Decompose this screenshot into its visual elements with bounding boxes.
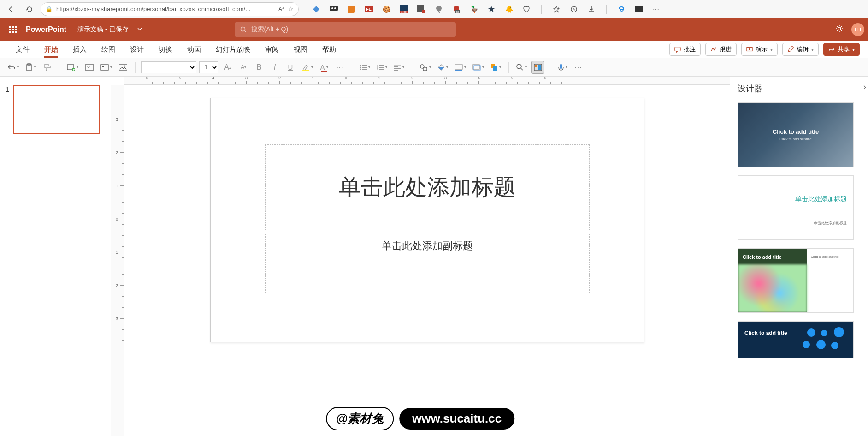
undo-button[interactable]: ▾ [6, 61, 21, 74]
format-painter-button[interactable] [41, 61, 53, 74]
picture-button[interactable] [117, 61, 130, 74]
ext-icon-11[interactable] [487, 5, 496, 14]
ext-icon-1[interactable] [312, 5, 321, 14]
extensions-row: FE 🍪 2.00 13 X 53 🦆 🐥 ⋯ [312, 5, 661, 14]
ext-icon-8[interactable]: X [434, 5, 443, 14]
design-option-3[interactable]: Click to add title Click to add subtitle [738, 248, 854, 313]
svg-rect-6 [400, 5, 408, 11]
font-size-select[interactable]: 12 [199, 61, 218, 73]
tab-insert[interactable]: 插入 [65, 45, 94, 58]
svg-rect-42 [379, 65, 384, 66]
ext-icon-3[interactable] [347, 5, 356, 14]
ie-mode-icon[interactable] [617, 5, 626, 14]
settings-button[interactable] [835, 24, 844, 35]
tab-slideshow[interactable]: 幻灯片放映 [208, 45, 258, 58]
svg-rect-61 [535, 65, 537, 67]
url-bar[interactable]: 🔒 https://xbzxs-my.sharepoint.com/person… [41, 2, 299, 16]
svg-point-19 [241, 27, 245, 31]
shape-fill-button[interactable]: ▾ [436, 61, 450, 74]
bullets-button[interactable]: ▾ [358, 61, 372, 74]
downloads-icon[interactable] [587, 5, 596, 14]
history-icon[interactable] [569, 5, 579, 14]
share-button[interactable]: 共享 ▾ [823, 43, 860, 56]
ext-icon-4[interactable]: FE [364, 5, 373, 14]
design-option-4[interactable]: Click to add title [738, 321, 854, 358]
comments-button[interactable]: 批注 [669, 43, 701, 56]
ext-icon-5[interactable]: 🍪 [382, 5, 391, 14]
numbering-button[interactable]: 123▾ [375, 61, 389, 74]
tab-help[interactable]: 帮助 [315, 45, 343, 58]
doc-name[interactable]: 演示文稿 [77, 25, 103, 34]
svg-rect-54 [455, 70, 462, 71]
user-avatar[interactable]: LH [851, 23, 864, 36]
favorite-icon[interactable]: ☆ [288, 6, 294, 12]
arrange-button[interactable]: ▾ [489, 61, 503, 74]
separator [550, 62, 550, 73]
design-option-1[interactable]: Click to add title Click to add subtitle [738, 102, 854, 167]
present-button[interactable]: 演示 ▾ [741, 43, 778, 56]
svg-rect-48 [394, 66, 398, 67]
lock-icon: 🔒 [46, 6, 53, 12]
svg-point-59 [517, 64, 521, 69]
shape-effects-button[interactable]: ▾ [471, 61, 486, 74]
search-box[interactable]: 搜索(Alt + Q) [235, 22, 456, 37]
tab-home[interactable]: 开始 [37, 45, 65, 58]
shape-outline-button[interactable]: ▾ [453, 61, 468, 74]
ext-icon-7[interactable]: 13 [417, 5, 426, 14]
highlight-button[interactable]: ▾ [300, 61, 315, 74]
more-font-button[interactable]: ⋯ [333, 61, 346, 74]
increase-font-button[interactable]: A▴ [221, 61, 234, 74]
tab-design[interactable]: 设计 [123, 45, 151, 58]
dictate-button[interactable]: ▾ [556, 61, 569, 74]
refresh-button[interactable] [22, 2, 37, 17]
subtitle-placeholder-box[interactable]: 单击此处添加副标题 [265, 234, 590, 293]
tab-transitions[interactable]: 切换 [151, 45, 180, 58]
tab-review[interactable]: 审阅 [258, 45, 286, 58]
slide-canvas[interactable]: 单击此处添加标题 单击此处添加副标题 [210, 98, 644, 342]
tab-file[interactable]: 文件 [8, 45, 37, 58]
svg-rect-50 [394, 70, 398, 71]
ext-icon-12[interactable]: 🐥 [504, 5, 514, 14]
bold-button[interactable]: B [253, 61, 266, 74]
find-button[interactable]: ▾ [514, 61, 529, 74]
design-option-2[interactable]: 单击此处添加标题 单击此处添加副标题 [738, 175, 854, 240]
svg-marker-16 [488, 6, 495, 12]
read-aloud-icon[interactable]: Aᴬ [278, 6, 284, 12]
paste-button[interactable]: ▾ [24, 61, 38, 74]
italic-button[interactable]: I [268, 61, 281, 74]
app-launcher[interactable] [4, 26, 22, 33]
designer-button[interactable] [531, 61, 544, 74]
align-button[interactable]: ▾ [392, 61, 406, 74]
ext-icon-6[interactable]: 2.00 [399, 5, 408, 14]
svg-rect-36 [362, 65, 367, 66]
new-slide-button[interactable]: ▾ [65, 61, 80, 74]
ext-icon-last[interactable] [634, 5, 644, 14]
tab-view[interactable]: 视图 [286, 45, 315, 58]
layout-button[interactable] [83, 61, 96, 74]
title-placeholder-box[interactable]: 单击此处添加标题 [265, 144, 590, 230]
decrease-font-button[interactable]: A▾ [237, 61, 250, 74]
shapes-button[interactable]: ▾ [418, 61, 433, 74]
underline-button[interactable]: U [284, 61, 297, 74]
more-button[interactable]: ⋯ [572, 61, 585, 74]
doc-menu-chevron[interactable] [137, 25, 142, 34]
ext-icon-10[interactable]: 🦆 [469, 5, 478, 14]
back-button[interactable] [4, 2, 18, 17]
ext-icon-2[interactable] [329, 5, 338, 14]
font-name-select[interactable] [141, 61, 196, 73]
font-color-button[interactable]: A▾ [318, 61, 331, 74]
designer-title: 设计器 [738, 83, 861, 94]
tab-animations[interactable]: 动画 [180, 45, 208, 58]
close-pane-button[interactable]: › [863, 82, 866, 92]
ext-icon-9[interactable]: 53 [452, 5, 461, 14]
favorites-icon[interactable] [552, 5, 561, 14]
ext-icon-13[interactable] [522, 5, 531, 14]
svg-rect-18 [635, 6, 643, 12]
slide-thumbnail-1[interactable] [13, 85, 100, 134]
edit-button[interactable]: 编辑 ▾ [782, 43, 819, 56]
more-icon[interactable]: ⋯ [652, 5, 661, 14]
tab-draw[interactable]: 绘图 [94, 45, 123, 58]
catchup-button[interactable]: 跟进 [705, 43, 737, 56]
slide-layout-button[interactable]: ▾ [99, 61, 114, 74]
svg-text:13: 13 [422, 10, 425, 13]
